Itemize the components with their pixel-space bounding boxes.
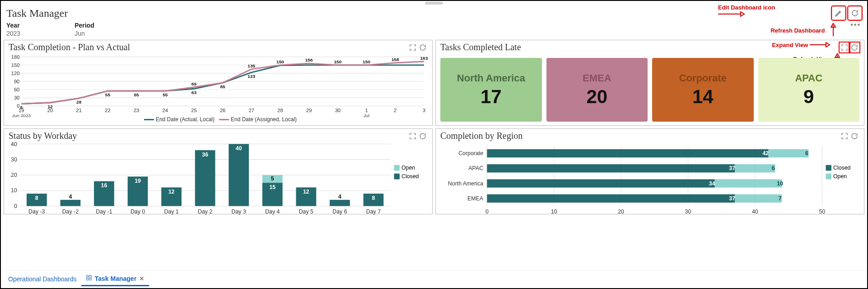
- filter-period[interactable]: Period Jun: [75, 22, 94, 37]
- svg-text:90: 90: [14, 79, 19, 84]
- svg-text:Day 2: Day 2: [198, 208, 212, 215]
- refresh-icon: [850, 43, 859, 52]
- svg-text:158: 158: [392, 57, 399, 62]
- svg-text:60: 60: [14, 87, 19, 92]
- expand-view-button[interactable]: [408, 43, 418, 52]
- close-tab-icon[interactable]: ✕: [139, 275, 145, 282]
- filter-year[interactable]: Year 2023: [6, 22, 20, 37]
- tab-operational-dashboards[interactable]: Operational Dashboards: [4, 273, 81, 285]
- expand-view-button[interactable]: [408, 131, 418, 141]
- svg-text:150: 150: [334, 59, 341, 64]
- svg-text:APAC: APAC: [468, 165, 483, 171]
- svg-text:40: 40: [752, 208, 758, 215]
- svg-rect-140: [89, 278, 91, 280]
- refresh-icon: [419, 132, 427, 140]
- svg-text:8: 8: [35, 195, 38, 201]
- svg-text:Open: Open: [401, 165, 415, 171]
- filter-year-value: 2023: [6, 30, 20, 37]
- svg-rect-99: [394, 174, 400, 180]
- bottom-tab-bar: Operational Dashboards Task Manager ✕: [2, 270, 866, 287]
- svg-text:40: 40: [11, 141, 17, 147]
- refresh-view-button[interactable]: [849, 43, 859, 52]
- refresh-view-button[interactable]: [418, 43, 428, 52]
- tab-label: Task Manager: [95, 275, 136, 282]
- more-actions-button[interactable]: •••: [849, 20, 863, 30]
- svg-text:Corporate: Corporate: [458, 150, 483, 156]
- svg-text:1: 1: [365, 108, 368, 113]
- svg-rect-118: [487, 164, 735, 172]
- svg-text:2: 2: [394, 108, 397, 113]
- expand-icon: [409, 132, 417, 140]
- svg-text:5: 5: [271, 175, 274, 181]
- svg-text:69: 69: [191, 81, 197, 86]
- filter-year-label: Year: [6, 22, 20, 29]
- svg-text:30: 30: [11, 156, 17, 163]
- svg-text:6: 6: [805, 150, 808, 156]
- svg-text:23: 23: [134, 108, 139, 113]
- svg-text:Day -2: Day -2: [62, 208, 79, 215]
- svg-text:Day -3: Day -3: [28, 208, 45, 215]
- refresh-icon: [851, 9, 859, 17]
- svg-text:63: 63: [191, 90, 197, 95]
- svg-text:7: 7: [779, 195, 782, 202]
- tile-apac[interactable]: APAC9: [758, 58, 860, 122]
- annotation-refresh-dashboard: Refresh Dashboard: [770, 23, 840, 39]
- svg-text:Day 6: Day 6: [332, 208, 347, 215]
- svg-text:25: 25: [191, 108, 196, 113]
- refresh-dashboard-button[interactable]: [848, 6, 862, 20]
- svg-rect-114: [769, 149, 809, 157]
- svg-text:Closed: Closed: [833, 165, 850, 171]
- tile-corporate[interactable]: Corporate14: [652, 58, 754, 122]
- svg-text:24: 24: [163, 108, 168, 113]
- svg-rect-77: [195, 150, 215, 206]
- annotation-edit-dashboard: Edit Dashboard icon: [718, 5, 777, 19]
- svg-rect-128: [487, 194, 735, 203]
- expand-view-button[interactable]: [840, 43, 849, 52]
- filter-bar: Year 2023 Period Jun: [1, 21, 867, 40]
- svg-text:135: 135: [247, 63, 255, 68]
- pencil-icon: [835, 9, 843, 17]
- svg-text:30: 30: [685, 208, 691, 215]
- refresh-icon: [850, 132, 859, 140]
- svg-rect-138: [89, 275, 91, 277]
- tile-value: 20: [586, 86, 607, 108]
- expand-icon: [840, 132, 849, 140]
- svg-text:Day 5: Day 5: [299, 208, 313, 215]
- svg-text:28: 28: [277, 108, 283, 113]
- card-tasks-late: Tasks Completed Late Expand View Refresh…: [435, 40, 864, 126]
- refresh-icon: [419, 43, 427, 52]
- tab-task-manager[interactable]: Task Manager ✕: [81, 272, 149, 286]
- svg-text:4: 4: [338, 194, 341, 200]
- svg-rect-80: [229, 144, 249, 206]
- svg-text:29: 29: [306, 108, 312, 113]
- tile-region: EMEA: [583, 72, 611, 84]
- svg-text:15: 15: [269, 184, 275, 190]
- refresh-view-button[interactable]: [849, 131, 859, 141]
- svg-text:0: 0: [485, 208, 489, 215]
- tile-north-america[interactable]: North America17: [440, 58, 542, 122]
- filter-period-label: Period: [75, 22, 94, 29]
- page-title: Task Manager: [6, 7, 68, 19]
- legend-actual: End Date (Actual, Local): [156, 116, 215, 123]
- svg-rect-123: [487, 179, 715, 187]
- dashboard-icon: [86, 275, 92, 282]
- svg-text:20: 20: [11, 172, 17, 178]
- svg-text:10: 10: [551, 208, 557, 215]
- refresh-view-button[interactable]: [418, 131, 428, 141]
- card-title: Completion by Region: [440, 131, 523, 141]
- svg-text:Day 4: Day 4: [265, 208, 280, 215]
- tile-region: North America: [457, 72, 525, 84]
- svg-text:27: 27: [249, 108, 254, 113]
- svg-text:180: 180: [11, 54, 20, 60]
- svg-text:55: 55: [105, 92, 111, 97]
- tile-emea[interactable]: EMEA20: [546, 58, 648, 122]
- expand-view-button[interactable]: [840, 131, 849, 141]
- svg-text:EMEA: EMEA: [467, 195, 484, 202]
- svg-text:Day -1: Day -1: [96, 208, 112, 215]
- edit-dashboard-button[interactable]: [832, 6, 845, 20]
- svg-text:156: 156: [305, 58, 313, 63]
- svg-rect-133: [826, 165, 831, 171]
- svg-rect-113: [487, 149, 768, 157]
- svg-text:34: 34: [709, 180, 715, 187]
- dashboard-grid: Task Completion - Plan vs Actual 0306090…: [1, 40, 867, 214]
